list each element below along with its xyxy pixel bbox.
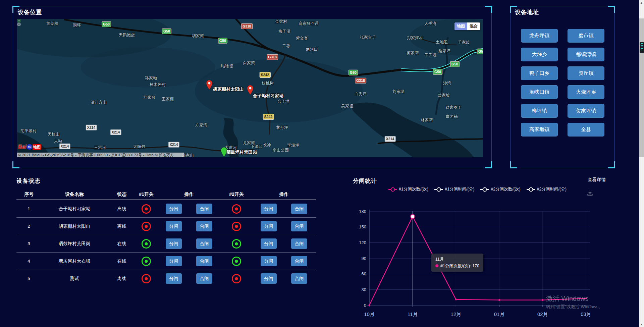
open-switch2-button[interactable]: 分闸 xyxy=(261,273,277,284)
open-switch2-button[interactable]: 分闸 xyxy=(261,256,277,266)
close-switch2-button[interactable]: 合闸 xyxy=(291,204,307,214)
map-place-label: 白岩铺 xyxy=(446,114,458,119)
legend-item[interactable]: #2分闸时间/(分) xyxy=(527,186,567,192)
open-switch2-button[interactable]: 分闸 xyxy=(261,204,277,214)
operation2-cell: 分闸合闸 xyxy=(252,273,316,284)
panel-corner xyxy=(510,161,517,168)
table-row: 4塘坊河村大石坝在线分闸合闸分闸合闸 xyxy=(16,253,316,270)
map-place-label: 清江方山 xyxy=(91,100,107,105)
switch2-indicator xyxy=(232,274,241,283)
map-place-label: 金盆村 xyxy=(275,19,287,24)
panel-corner xyxy=(608,161,615,168)
address-button[interactable]: 全县 xyxy=(568,123,604,137)
address-button[interactable]: 火烧坪乡 xyxy=(568,85,604,99)
svg-text:12月: 12月 xyxy=(451,311,462,317)
switch1-cell xyxy=(136,257,157,266)
map-place-label: 人手湾 xyxy=(424,21,436,26)
map-place-label: 王家棚 xyxy=(162,96,174,102)
address-button[interactable]: 大堰乡 xyxy=(521,48,558,61)
map-type-button-map[interactable]: 地图 xyxy=(454,22,467,30)
svg-text:02月: 02月 xyxy=(537,311,548,317)
map-place-label: 方家台 xyxy=(143,95,155,100)
scrollbar-up-arrow-icon[interactable]: ▲ xyxy=(639,0,644,5)
device-status-table: 序号设备名称状态#1开关操作#2开关操作1合子坳村习家坳离线分闸合闸分闸合闸2胡… xyxy=(16,189,316,287)
address-button[interactable]: 榔坪镇 xyxy=(521,104,558,118)
open-switch1-button[interactable]: 分闸 xyxy=(166,221,182,231)
address-button[interactable]: 鸭子口乡 xyxy=(521,66,558,80)
map-place-label: 胡家湾 xyxy=(192,33,204,39)
row-index: 2 xyxy=(16,224,41,229)
map-type-button-hybrid[interactable]: 混合 xyxy=(467,22,480,30)
panel-corner xyxy=(485,6,492,13)
address-button[interactable]: 渔峡口镇 xyxy=(521,85,558,99)
operation2-cell: 分闸合闸 xyxy=(252,256,316,266)
legend-item[interactable]: #1分闸时间/(分) xyxy=(434,186,474,192)
legend-item[interactable]: #2分闸次数/(次) xyxy=(480,186,520,192)
road-badge: G318 xyxy=(241,23,253,29)
open-switch1-button[interactable]: 分闸 xyxy=(166,204,182,214)
panel-corner xyxy=(608,6,615,13)
legend-item[interactable]: #1分闸次数/(次) xyxy=(388,186,428,192)
close-switch1-button[interactable]: 合闸 xyxy=(196,204,212,214)
open-switch1-button[interactable]: 分闸 xyxy=(166,238,182,249)
map-place-label: 紫金寨 xyxy=(296,36,308,41)
address-button[interactable]: 资丘镇 xyxy=(568,66,604,80)
road-badge: G50 xyxy=(450,61,460,67)
map-place-label: 高家堰互通 xyxy=(299,21,319,26)
map-place-label: 天鹅抱蛋 xyxy=(119,32,135,38)
row-index: 5 xyxy=(16,276,41,281)
scrollbar-down-arrow-icon[interactable]: ▼ xyxy=(639,322,644,327)
map-place-label: 二墩 xyxy=(282,43,290,49)
map-place-label: 天柱山 xyxy=(48,131,60,137)
table-header-cell: 设备名称 xyxy=(41,189,108,200)
close-switch1-button[interactable]: 合闸 xyxy=(196,238,212,249)
address-button[interactable]: 磨市镇 xyxy=(568,29,604,43)
operation2-cell: 分闸合闸 xyxy=(252,221,316,231)
address-button[interactable]: 龙舟坪镇 xyxy=(521,29,558,43)
svg-text:90: 90 xyxy=(362,256,366,261)
open-switch1-button[interactable]: 分闸 xyxy=(166,256,182,266)
baidu-map[interactable]: 笔架槽洞坪天鹅抱蛋胡家湾金盆村梅子溪高家堰互通紫金寨二墩两河口张家台子彭家河村千… xyxy=(17,19,483,157)
map-attribution: © 2021 Baidu - GS(2019)5218号 - 甲测资字11009… xyxy=(17,153,184,157)
road-badge: S242 xyxy=(263,114,274,120)
address-button[interactable]: 都镇湾镇 xyxy=(568,48,604,61)
table-row: 1合子坳村习家坳离线分闸合闸分闸合闸 xyxy=(16,200,316,217)
scrollbar-thumb[interactable] xyxy=(639,18,644,157)
open-switch1-button[interactable]: 分闸 xyxy=(166,273,182,284)
table-header-cell: #1开关 xyxy=(136,189,157,200)
address-button[interactable]: 高家堰镇 xyxy=(521,123,558,137)
address-button[interactable]: 贺家坪镇 xyxy=(568,104,604,118)
close-switch2-button[interactable]: 合闸 xyxy=(291,256,307,266)
map-place-label: 三岔河 xyxy=(94,145,106,151)
address-button-grid: 龙舟坪镇磨市镇大堰乡都镇湾镇鸭子口乡资丘镇渔峡口镇火烧坪乡榔坪镇贺家坪镇高家堰镇… xyxy=(521,29,604,137)
open-switch2-button[interactable]: 分闸 xyxy=(261,238,277,249)
close-switch1-button[interactable]: 合闸 xyxy=(196,273,212,284)
svg-text:180: 180 xyxy=(359,209,366,214)
svg-text:0: 0 xyxy=(364,303,366,308)
trip-stats-title: 分闸统计 xyxy=(353,177,377,185)
close-switch2-button[interactable]: 合闸 xyxy=(291,221,307,231)
device-name: 测试 xyxy=(41,276,108,282)
map-place-label: 张家台子 xyxy=(360,35,376,40)
close-switch2-button[interactable]: 合闸 xyxy=(291,273,307,284)
legend-marker-icon xyxy=(480,189,489,190)
map-place-label: 龙舟坪 xyxy=(276,125,288,130)
tooltip-entry-text: #1分闸次数/(次): 170 xyxy=(440,264,479,268)
close-switch1-button[interactable]: 合闸 xyxy=(196,221,212,231)
baidu-logo[interactable]: Baidu地图 xyxy=(18,144,41,150)
row-index: 3 xyxy=(16,241,41,246)
open-switch2-button[interactable]: 分闸 xyxy=(261,221,277,231)
download-icon[interactable] xyxy=(587,190,593,196)
svg-text:150: 150 xyxy=(359,224,366,229)
map-pin-icon[interactable] xyxy=(206,80,213,90)
road-badge: G50 xyxy=(218,38,227,44)
view-details-link[interactable]: 查看详情 xyxy=(588,177,606,183)
close-switch1-button[interactable]: 合闸 xyxy=(196,256,212,266)
device-location-title: 设备位置 xyxy=(18,8,42,16)
map-place-label: 洞坪 xyxy=(73,22,81,28)
close-switch2-button[interactable]: 合闸 xyxy=(291,238,307,249)
operation2-cell: 分闸合闸 xyxy=(252,204,316,214)
road-badge: G50 xyxy=(348,70,358,75)
map-place-label: 梅子溪 xyxy=(278,29,290,34)
legend-label: #1分闸次数/(次) xyxy=(399,186,428,192)
